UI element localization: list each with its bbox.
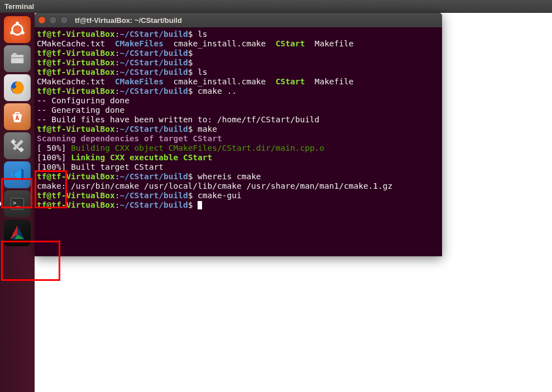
- svg-point-0: [12, 25, 22, 35]
- svg-rect-4: [11, 55, 24, 64]
- cmake-icon[interactable]: [4, 219, 31, 246]
- svg-text:>_: >_: [13, 200, 20, 207]
- terminal-titlebar[interactable]: tf@tf-VirtualBox: ~/CStart/build: [35, 13, 442, 27]
- window-close-icon[interactable]: [38, 16, 46, 24]
- prompt-user: tf@tf-VirtualBox: [37, 30, 115, 39]
- terminal-icon[interactable]: >_: [4, 190, 31, 217]
- window-minimize-icon[interactable]: [49, 16, 57, 24]
- prompt-path: ~/CStart/build: [119, 30, 188, 39]
- firefox-icon[interactable]: [4, 74, 31, 101]
- desktop: A >_ tf@tf-VirtualBox: ~/CStart/build tf…: [0, 13, 552, 392]
- terminal-window: tf@tf-VirtualBox: ~/CStart/build tf@tf-V…: [35, 13, 442, 256]
- svg-rect-6: [11, 57, 24, 58]
- window-title: tf@tf-VirtualBox: ~/CStart/build: [75, 16, 182, 25]
- svg-point-2: [21, 31, 25, 35]
- active-app-label: Terminal: [4, 2, 34, 11]
- terminal-cursor: [198, 201, 202, 209]
- vscode-icon[interactable]: [4, 161, 31, 188]
- window-maximize-icon[interactable]: [60, 16, 68, 24]
- svg-point-1: [16, 22, 19, 25]
- settings-icon[interactable]: [4, 132, 31, 159]
- scan-line: Scanning dependencies of target CStart: [37, 134, 222, 143]
- svg-text:A: A: [16, 114, 20, 122]
- software-center-icon[interactable]: A: [4, 103, 31, 130]
- svg-rect-5: [13, 53, 17, 55]
- files-icon[interactable]: [4, 45, 31, 72]
- terminal-output[interactable]: tf@tf-VirtualBox:~/CStart/build$ ls CMak…: [35, 27, 442, 212]
- svg-point-3: [10, 31, 13, 35]
- dash-icon[interactable]: [4, 16, 31, 43]
- top-panel: Terminal: [0, 0, 552, 13]
- unity-launcher: A >_: [0, 13, 35, 392]
- cmd: ls: [198, 30, 207, 39]
- whereis-output: cmake: /usr/bin/cmake /usr/local/lib/cma…: [37, 181, 392, 190]
